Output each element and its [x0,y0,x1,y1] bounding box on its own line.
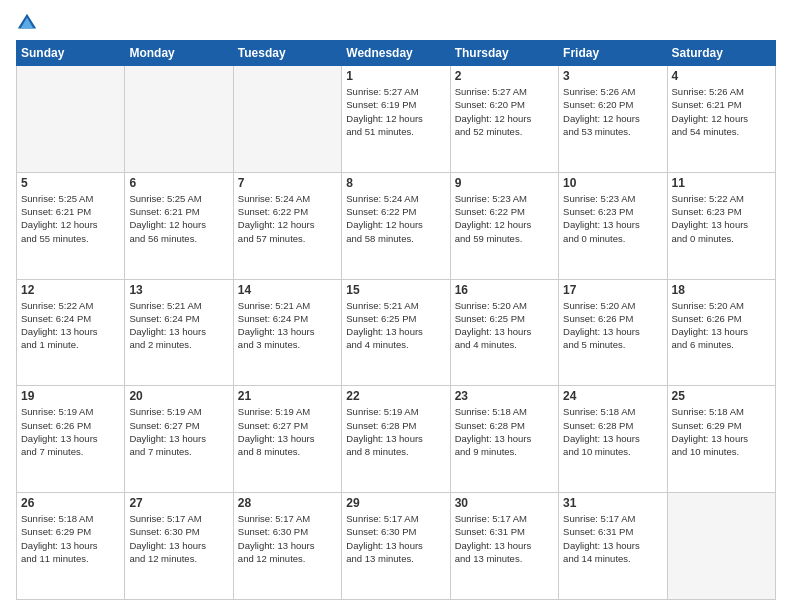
calendar-cell: 5Sunrise: 5:25 AM Sunset: 6:21 PM Daylig… [17,172,125,279]
day-number: 2 [455,69,554,83]
calendar-cell: 22Sunrise: 5:19 AM Sunset: 6:28 PM Dayli… [342,386,450,493]
day-number: 20 [129,389,228,403]
day-info: Sunrise: 5:22 AM Sunset: 6:24 PM Dayligh… [21,299,120,352]
day-number: 27 [129,496,228,510]
day-info: Sunrise: 5:18 AM Sunset: 6:28 PM Dayligh… [563,405,662,458]
calendar-cell: 15Sunrise: 5:21 AM Sunset: 6:25 PM Dayli… [342,279,450,386]
day-number: 23 [455,389,554,403]
calendar-cell: 7Sunrise: 5:24 AM Sunset: 6:22 PM Daylig… [233,172,341,279]
logo [16,12,42,34]
day-info: Sunrise: 5:18 AM Sunset: 6:28 PM Dayligh… [455,405,554,458]
day-info: Sunrise: 5:17 AM Sunset: 6:31 PM Dayligh… [455,512,554,565]
day-number: 31 [563,496,662,510]
day-number: 12 [21,283,120,297]
day-number: 26 [21,496,120,510]
day-info: Sunrise: 5:19 AM Sunset: 6:27 PM Dayligh… [129,405,228,458]
day-number: 24 [563,389,662,403]
calendar-cell: 14Sunrise: 5:21 AM Sunset: 6:24 PM Dayli… [233,279,341,386]
day-info: Sunrise: 5:21 AM Sunset: 6:24 PM Dayligh… [129,299,228,352]
calendar-cell: 26Sunrise: 5:18 AM Sunset: 6:29 PM Dayli… [17,493,125,600]
day-info: Sunrise: 5:20 AM Sunset: 6:26 PM Dayligh… [563,299,662,352]
day-info: Sunrise: 5:21 AM Sunset: 6:25 PM Dayligh… [346,299,445,352]
day-number: 29 [346,496,445,510]
page: SundayMondayTuesdayWednesdayThursdayFrid… [0,0,792,612]
day-number: 11 [672,176,771,190]
day-number: 14 [238,283,337,297]
calendar-cell: 24Sunrise: 5:18 AM Sunset: 6:28 PM Dayli… [559,386,667,493]
day-info: Sunrise: 5:17 AM Sunset: 6:30 PM Dayligh… [238,512,337,565]
calendar-cell [17,66,125,173]
day-info: Sunrise: 5:18 AM Sunset: 6:29 PM Dayligh… [672,405,771,458]
logo-icon [16,12,38,34]
calendar-cell: 4Sunrise: 5:26 AM Sunset: 6:21 PM Daylig… [667,66,775,173]
day-info: Sunrise: 5:25 AM Sunset: 6:21 PM Dayligh… [21,192,120,245]
calendar-cell: 23Sunrise: 5:18 AM Sunset: 6:28 PM Dayli… [450,386,558,493]
calendar-header-friday: Friday [559,41,667,66]
day-info: Sunrise: 5:20 AM Sunset: 6:25 PM Dayligh… [455,299,554,352]
calendar-header-tuesday: Tuesday [233,41,341,66]
calendar-cell: 20Sunrise: 5:19 AM Sunset: 6:27 PM Dayli… [125,386,233,493]
day-info: Sunrise: 5:17 AM Sunset: 6:31 PM Dayligh… [563,512,662,565]
day-info: Sunrise: 5:26 AM Sunset: 6:21 PM Dayligh… [672,85,771,138]
day-number: 10 [563,176,662,190]
calendar-cell [233,66,341,173]
day-number: 13 [129,283,228,297]
calendar-cell: 27Sunrise: 5:17 AM Sunset: 6:30 PM Dayli… [125,493,233,600]
day-info: Sunrise: 5:17 AM Sunset: 6:30 PM Dayligh… [346,512,445,565]
day-info: Sunrise: 5:26 AM Sunset: 6:20 PM Dayligh… [563,85,662,138]
calendar-header-saturday: Saturday [667,41,775,66]
day-info: Sunrise: 5:22 AM Sunset: 6:23 PM Dayligh… [672,192,771,245]
day-info: Sunrise: 5:25 AM Sunset: 6:21 PM Dayligh… [129,192,228,245]
day-number: 19 [21,389,120,403]
calendar-cell: 8Sunrise: 5:24 AM Sunset: 6:22 PM Daylig… [342,172,450,279]
day-number: 30 [455,496,554,510]
day-number: 7 [238,176,337,190]
day-info: Sunrise: 5:19 AM Sunset: 6:26 PM Dayligh… [21,405,120,458]
day-number: 28 [238,496,337,510]
calendar-cell: 18Sunrise: 5:20 AM Sunset: 6:26 PM Dayli… [667,279,775,386]
day-info: Sunrise: 5:20 AM Sunset: 6:26 PM Dayligh… [672,299,771,352]
day-number: 22 [346,389,445,403]
calendar-cell: 3Sunrise: 5:26 AM Sunset: 6:20 PM Daylig… [559,66,667,173]
calendar-header-monday: Monday [125,41,233,66]
day-info: Sunrise: 5:24 AM Sunset: 6:22 PM Dayligh… [346,192,445,245]
day-info: Sunrise: 5:24 AM Sunset: 6:22 PM Dayligh… [238,192,337,245]
day-number: 4 [672,69,771,83]
day-number: 21 [238,389,337,403]
week-row-3: 12Sunrise: 5:22 AM Sunset: 6:24 PM Dayli… [17,279,776,386]
calendar-header-sunday: Sunday [17,41,125,66]
calendar-cell: 28Sunrise: 5:17 AM Sunset: 6:30 PM Dayli… [233,493,341,600]
calendar-cell: 6Sunrise: 5:25 AM Sunset: 6:21 PM Daylig… [125,172,233,279]
calendar-cell: 11Sunrise: 5:22 AM Sunset: 6:23 PM Dayli… [667,172,775,279]
day-number: 9 [455,176,554,190]
day-info: Sunrise: 5:17 AM Sunset: 6:30 PM Dayligh… [129,512,228,565]
week-row-4: 19Sunrise: 5:19 AM Sunset: 6:26 PM Dayli… [17,386,776,493]
calendar-cell: 1Sunrise: 5:27 AM Sunset: 6:19 PM Daylig… [342,66,450,173]
day-info: Sunrise: 5:27 AM Sunset: 6:19 PM Dayligh… [346,85,445,138]
calendar-cell: 30Sunrise: 5:17 AM Sunset: 6:31 PM Dayli… [450,493,558,600]
calendar-header-row: SundayMondayTuesdayWednesdayThursdayFrid… [17,41,776,66]
calendar-cell: 21Sunrise: 5:19 AM Sunset: 6:27 PM Dayli… [233,386,341,493]
calendar-cell: 25Sunrise: 5:18 AM Sunset: 6:29 PM Dayli… [667,386,775,493]
day-number: 15 [346,283,445,297]
calendar-cell: 10Sunrise: 5:23 AM Sunset: 6:23 PM Dayli… [559,172,667,279]
week-row-1: 1Sunrise: 5:27 AM Sunset: 6:19 PM Daylig… [17,66,776,173]
day-info: Sunrise: 5:23 AM Sunset: 6:23 PM Dayligh… [563,192,662,245]
header [16,12,776,34]
day-number: 18 [672,283,771,297]
day-info: Sunrise: 5:21 AM Sunset: 6:24 PM Dayligh… [238,299,337,352]
calendar-cell: 19Sunrise: 5:19 AM Sunset: 6:26 PM Dayli… [17,386,125,493]
day-number: 17 [563,283,662,297]
calendar-cell: 17Sunrise: 5:20 AM Sunset: 6:26 PM Dayli… [559,279,667,386]
day-number: 3 [563,69,662,83]
day-info: Sunrise: 5:19 AM Sunset: 6:27 PM Dayligh… [238,405,337,458]
day-info: Sunrise: 5:27 AM Sunset: 6:20 PM Dayligh… [455,85,554,138]
day-number: 16 [455,283,554,297]
calendar-cell: 16Sunrise: 5:20 AM Sunset: 6:25 PM Dayli… [450,279,558,386]
calendar-header-thursday: Thursday [450,41,558,66]
day-number: 8 [346,176,445,190]
calendar-cell: 12Sunrise: 5:22 AM Sunset: 6:24 PM Dayli… [17,279,125,386]
day-number: 5 [21,176,120,190]
calendar-cell: 2Sunrise: 5:27 AM Sunset: 6:20 PM Daylig… [450,66,558,173]
calendar-table: SundayMondayTuesdayWednesdayThursdayFrid… [16,40,776,600]
